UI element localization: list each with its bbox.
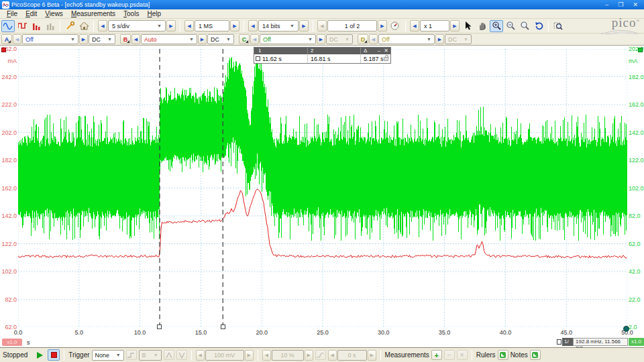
corner-expand-icon (246, 40, 248, 43)
close-button[interactable]: ✕ (633, 1, 638, 9)
waveform-plot[interactable] (18, 49, 627, 327)
start-capture-button[interactable] (34, 349, 46, 361)
resolution-decrease-button[interactable]: ◀ (248, 20, 258, 32)
channel-a-coupling-select[interactable]: DC▼ (89, 34, 115, 44)
channel-b-range-select[interactable]: Auto▼ (141, 34, 197, 44)
statusbar-separator (380, 350, 381, 361)
menu-edit[interactable]: Edit (21, 9, 41, 18)
spectrum-bars-icon (32, 22, 41, 30)
pan-tool-button[interactable] (476, 20, 489, 32)
lock-icon[interactable] (384, 57, 388, 61)
samples-increase-button[interactable]: ▶ (230, 20, 239, 32)
minimize-button[interactable]: – (605, 1, 608, 9)
timebase-control: ◀ 5 s/div ▼ ▶ (98, 20, 176, 32)
menubar: File Edit Views Measurements Tools Help (0, 9, 644, 19)
pointer-tool-button[interactable] (462, 20, 475, 32)
timebase-increase-button[interactable]: ▶ (166, 20, 176, 32)
frequency-ruler-legend[interactable]: 1/Δ 192.8 mHz, 11.566 RP… x1.0 (557, 338, 644, 346)
rulers-label: Rulers (476, 351, 496, 359)
x-axis-tick: 25.0 (313, 329, 333, 336)
channel-c-range-up-button[interactable]: ▶ (317, 34, 325, 44)
right-axis-tick: 142.0 (629, 129, 644, 136)
add-measurement-button[interactable]: + (431, 350, 442, 360)
x-axis-tick: 35.0 (435, 329, 455, 336)
maximize-button[interactable]: ❐ (618, 1, 623, 9)
buffer-overview-button[interactable] (388, 20, 401, 32)
menu-file[interactable]: File (3, 9, 21, 18)
channel-a-range-down-button[interactable]: ◀ (13, 34, 21, 44)
stop-capture-button[interactable] (48, 349, 60, 361)
buffer-previous-button[interactable]: ◀ (317, 20, 327, 32)
right-axis-tick: 182.0 (629, 74, 644, 80)
statusbar-separator (64, 350, 64, 361)
persistence-view-button[interactable] (15, 20, 29, 32)
undo-zoom-button[interactable] (532, 20, 545, 32)
ruler1-value: 11.62 s (262, 56, 282, 62)
time-ruler2-handle[interactable] (221, 324, 225, 329)
resolution-increase-button[interactable]: ▶ (299, 20, 309, 32)
channel-c-range-select[interactable]: Off▼ (260, 34, 316, 44)
notes-button[interactable] (530, 350, 541, 360)
time-ruler1-handle[interactable] (157, 324, 162, 329)
probe-setup-button[interactable] (63, 20, 76, 32)
zoom-increase-button[interactable]: ▶ (450, 20, 460, 32)
right-axis-tick: 62.0 (629, 241, 644, 247)
legend-minimize-button[interactable]: – (378, 48, 380, 54)
trigger-mode-select[interactable]: None▼ (92, 350, 124, 361)
menu-help[interactable]: Help (143, 9, 165, 18)
timebase-select[interactable]: 5 s/div ▼ (108, 20, 166, 32)
channel-d-button[interactable]: D (358, 34, 368, 44)
channel-b-range-up-button[interactable]: ▶ (198, 34, 207, 44)
channel-toolbar: A ◀ Off▼ ▶ DC▼ B ◀ Auto▼ ▶ DC▼ C ◀ Off▼ … (0, 34, 644, 46)
channel-b-button[interactable]: B (120, 34, 131, 44)
menu-tools[interactable]: Tools (119, 9, 143, 18)
statusbar-separator (258, 350, 258, 361)
scope-view-icon (3, 22, 13, 30)
channel-a-button[interactable]: A (1, 34, 12, 44)
channel-b-coupling-select[interactable]: DC▼ (207, 34, 234, 44)
x-axis-tick: 30.0 (374, 329, 394, 336)
trigger-label: Trigger (68, 351, 89, 359)
channel-b-axis-marker[interactable] (1, 48, 6, 52)
menu-measurements[interactable]: Measurements (67, 9, 119, 18)
samples-decrease-button[interactable]: ◀ (184, 20, 194, 32)
green-axis-marker[interactable] (638, 48, 643, 52)
zoom-100-tool-button[interactable] (518, 20, 531, 32)
channel-c-range-down-button[interactable]: ◀ (250, 34, 259, 44)
left-axis-scale-badge[interactable]: x1.0 (2, 339, 22, 346)
channel-d-range-up-button[interactable]: ▶ (435, 34, 444, 44)
frequency-legend-handle[interactable] (557, 339, 561, 345)
channel-b-range-down-button[interactable]: ◀ (131, 34, 140, 44)
edit-measurement-button-disabled: − (444, 350, 455, 360)
level-increase-button: ▶ (245, 350, 254, 361)
marquee-zoom-button[interactable] (551, 20, 565, 32)
legend-drag-handle[interactable] (256, 56, 260, 61)
legend-close-button[interactable]: ✕ (384, 48, 388, 54)
channel-a-range-select[interactable]: Off▼ (22, 34, 78, 44)
toolbar-separator (60, 21, 60, 32)
toolbar-separator (548, 21, 549, 32)
menu-views[interactable]: Views (41, 9, 67, 18)
spectrum-view-button[interactable] (30, 20, 43, 32)
channel-d-range-down-button[interactable]: ◀ (369, 34, 378, 44)
left-axis-tick: 82.0 (0, 296, 17, 303)
channel-a-range-up-button[interactable]: ▶ (79, 34, 88, 44)
buffer-next-button[interactable]: ▶ (378, 20, 387, 32)
resolution-select[interactable]: 14 bits ▼ (258, 20, 299, 32)
buffer-position-value: 1 of 2 (345, 23, 360, 29)
scope-view-button[interactable] (1, 20, 15, 32)
trigger-marker-dot[interactable] (623, 326, 629, 332)
rulers-button[interactable] (498, 350, 508, 360)
delay-mode-button-disabled (315, 350, 326, 360)
channel-c-button[interactable]: C (239, 34, 250, 44)
timebase-decrease-button[interactable]: ◀ (98, 20, 107, 32)
zoom-decrease-button[interactable]: ◀ (410, 20, 419, 32)
zoom-out-tool-button[interactable] (504, 20, 517, 32)
zoom-in-tool-button[interactable] (490, 20, 503, 32)
channel-d-range-select[interactable]: Off▼ (378, 34, 435, 44)
samples-input[interactable]: 1 MS (195, 20, 229, 32)
time-ruler-legend[interactable]: 1 2 Δ – ✕ 11.62 s 16.81 s 5.187 s (254, 47, 391, 64)
home-settings-button[interactable] (77, 20, 91, 32)
right-axis-scale-badge[interactable]: x1.0 (629, 338, 644, 346)
samples-value: 1 MS (199, 23, 213, 29)
